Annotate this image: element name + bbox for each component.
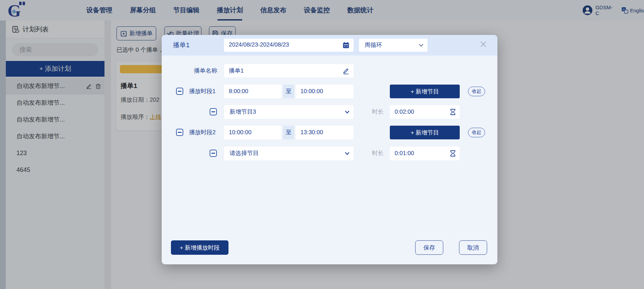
duration-label-2: 时长: [372, 147, 384, 160]
program-1-value: 新增节目3: [230, 105, 256, 119]
slot-1-to-label: 至: [283, 85, 294, 98]
edit-playlist-modal: 播单1 周循环 播单名称: [162, 35, 497, 264]
modal-save-button[interactable]: 保存: [415, 240, 443, 255]
playlist-name-field: [224, 64, 354, 77]
slot-1-label: 播放时段1: [189, 85, 215, 98]
duration-label-1: 时长: [372, 105, 384, 119]
slot-2-label: 播放时段2: [189, 126, 215, 139]
hourglass-icon[interactable]: [450, 150, 456, 157]
slot-2-start-input[interactable]: [224, 126, 282, 139]
chevron-down-icon: [419, 44, 423, 47]
remove-program-2-button[interactable]: [210, 150, 217, 157]
slot-2-end-field: [296, 126, 354, 139]
chevron-down-icon: [345, 111, 349, 114]
repeat-mode-select[interactable]: 周循环: [359, 39, 428, 52]
add-program-slot-2-button[interactable]: + 新增节目: [390, 126, 460, 139]
program-1-select[interactable]: 新增节目3: [224, 105, 354, 119]
close-icon[interactable]: [480, 40, 487, 48]
add-time-slot-button[interactable]: + 新增播放时段: [171, 240, 228, 255]
calendar-icon[interactable]: [343, 42, 349, 49]
add-program-slot-1-button[interactable]: + 新增节目: [390, 85, 460, 98]
playlist-name-input[interactable]: [224, 64, 354, 77]
remove-slot-1-button[interactable]: [176, 88, 183, 95]
date-range-field: [224, 39, 354, 52]
slot-2-start-field: [224, 126, 282, 139]
modal-header: 播单1 周循环: [162, 35, 497, 55]
modal-title: 播单1: [173, 35, 190, 55]
hourglass-icon[interactable]: [450, 109, 456, 115]
slot-1-start-field: [224, 85, 282, 98]
slot-2-to-label: 至: [283, 126, 294, 139]
collapse-slot-1-button[interactable]: 收起: [468, 87, 485, 96]
chevron-down-icon: [345, 152, 349, 155]
remove-slot-2-button[interactable]: [176, 129, 183, 136]
playlist-name-label: 播单名称: [193, 64, 217, 77]
repeat-mode-value: 周循环: [364, 39, 382, 52]
duration-2-field: [390, 147, 460, 160]
slot-1-end-input[interactable]: [296, 85, 354, 98]
program-2-select[interactable]: 请选择节目: [224, 147, 354, 160]
program-2-value: 请选择节目: [230, 147, 259, 160]
duration-1-field: [390, 105, 460, 119]
collapse-slot-2-button[interactable]: 收起: [468, 128, 485, 137]
slot-1-start-input[interactable]: [224, 85, 282, 98]
modal-cancel-button[interactable]: 取消: [459, 240, 487, 255]
duration-2-input[interactable]: [390, 147, 460, 160]
slot-1-end-field: [296, 85, 354, 98]
slot-2-end-input[interactable]: [296, 126, 354, 139]
date-range-input[interactable]: [229, 39, 342, 51]
remove-program-1-button[interactable]: [210, 108, 217, 115]
duration-1-input[interactable]: [390, 105, 460, 119]
pencil-icon[interactable]: [343, 67, 349, 74]
